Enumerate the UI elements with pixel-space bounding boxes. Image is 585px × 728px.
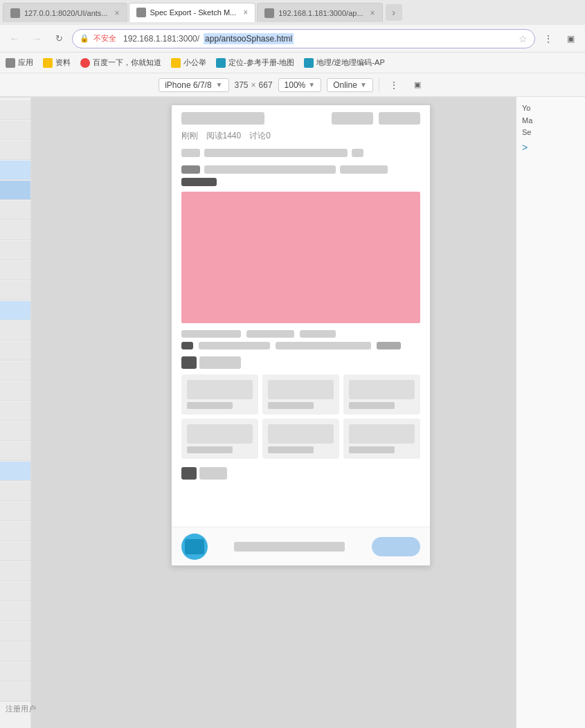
back-button[interactable]: ←: [6, 30, 24, 48]
avatar-image: [185, 539, 204, 554]
device-label: iPhone 6/7/8: [165, 80, 211, 90]
blur-a1: [181, 330, 241, 338]
devtools-sidebar-button[interactable]: ▣: [408, 76, 426, 94]
text-line-2: [181, 165, 420, 174]
bottom-registration-note: 注册用户: [6, 704, 36, 714]
bookmark-xg-label: 小公举: [183, 57, 206, 68]
bookmark-zl-label: 资料: [55, 57, 71, 68]
baidu-icon: [80, 58, 90, 68]
width-value: 375: [235, 80, 249, 90]
network-selector[interactable]: Online ▼: [327, 78, 373, 92]
sidebar-toggle-button[interactable]: ▣: [561, 30, 579, 48]
header-blur-1: [181, 112, 264, 125]
card-1-image: [187, 380, 253, 399]
zoom-selector[interactable]: 100% ▼: [278, 78, 322, 92]
sidebar-panel-9: [0, 261, 30, 280]
card-4-text: [187, 446, 233, 453]
sidebar-panel-29: [0, 662, 30, 682]
card-3-image: [349, 380, 415, 399]
sidebar-panel-26: [0, 602, 30, 621]
related-title-char: [181, 356, 197, 369]
sidebar-panel-10: [0, 281, 30, 300]
article-text-after-image: [181, 330, 420, 349]
sidebar-panel-12: [0, 321, 30, 340]
blur-b3: [276, 342, 371, 349]
tab-2[interactable]: Spec Export - Sketch M... ×: [129, 3, 256, 22]
bookmark-xg[interactable]: 小公举: [171, 57, 206, 68]
user-avatar[interactable]: [181, 534, 208, 560]
bookmark-dw-label: 定位-参考手册-地图: [228, 57, 294, 68]
tab-3[interactable]: 192.168.1.181:3000/ap... ×: [257, 3, 382, 22]
sidebar-panel-4: [0, 161, 30, 180]
tab-1-title: 127.0.0.1:8020/UI/ants...: [24, 9, 107, 17]
address-highlighted: app/antsoоSphase.html: [204, 33, 294, 44]
comment-input[interactable]: [234, 542, 345, 552]
tab-3-close[interactable]: ×: [370, 8, 375, 18]
location2-icon: [304, 58, 314, 68]
card-2-text: [268, 402, 314, 409]
tab-1[interactable]: 127.0.0.1:8020/UI/ants... ×: [3, 3, 127, 22]
article-meta: 刚刚 阅读1440 讨论0: [181, 130, 420, 142]
address-input-wrap[interactable]: 🔒 不安全 192.168.1.181:3000/ app/antsoоSpha…: [72, 29, 535, 48]
sidebar-panel-27: [0, 622, 30, 641]
tab-1-close[interactable]: ×: [114, 8, 119, 18]
card-6[interactable]: [343, 419, 420, 459]
sidebar-panel-23: [0, 542, 30, 561]
sidebar-panel-20: [0, 482, 30, 501]
dimension-x: ×: [251, 80, 256, 90]
menu-button[interactable]: ⋮: [539, 30, 557, 48]
bookmark-apps-label: 应用: [18, 57, 33, 68]
sidebar-panel-14: [0, 361, 30, 381]
zoom-label: 100%: [285, 80, 306, 90]
address-prefix: 192.168.1.181:3000/: [123, 34, 199, 44]
tab-2-title: Spec Export - Sketch M...: [150, 8, 237, 17]
time-label: 刚刚: [181, 130, 198, 142]
related2-title-char: [181, 467, 197, 480]
card-3[interactable]: [343, 374, 420, 415]
card-4[interactable]: [181, 419, 258, 459]
right-panel-chevron[interactable]: >: [522, 142, 579, 153]
related-cards-grid: [181, 374, 420, 459]
star-icon[interactable]: ☆: [519, 33, 528, 44]
tab-2-close[interactable]: ×: [243, 8, 248, 17]
header-blur-group: [332, 112, 420, 125]
bookmark-dw[interactable]: 定位-参考手册-地图: [216, 57, 294, 68]
blur-text-3: [340, 165, 388, 174]
folder2-icon: [171, 58, 181, 68]
bookmark-zl[interactable]: 资料: [43, 57, 71, 68]
sidebar-panel-19: [0, 462, 30, 481]
card-1-text: [187, 402, 233, 409]
bookmark-apps[interactable]: 应用: [6, 57, 33, 68]
sidebar-panel-1: [0, 100, 30, 120]
comments-label: 讨论0: [249, 130, 271, 142]
device-selector[interactable]: iPhone 6/7/8 ▼: [159, 78, 228, 92]
bookmark-baidu[interactable]: 百度一下，你就知道: [80, 57, 161, 68]
blur-b4: [377, 342, 401, 349]
dimension-display: 375 × 667: [235, 80, 273, 90]
phone-bottom-bar: [172, 527, 430, 565]
bookmarks-bar: 应用 资料 百度一下，你就知道 小公举 定位-参考手册-地图 地理/逆地理编码-…: [0, 53, 585, 73]
card-1[interactable]: [181, 374, 258, 415]
devtools-more-button[interactable]: ⋮: [385, 76, 403, 94]
bookmark-dl[interactable]: 地理/逆地理编码-AP: [304, 57, 384, 68]
location-icon: [216, 58, 226, 68]
article-text-before-image: [181, 149, 420, 186]
tab-overflow-button[interactable]: ›: [386, 4, 402, 21]
refresh-button[interactable]: ↻: [50, 30, 68, 48]
center-viewport: 刚刚 阅读1440 讨论0: [31, 98, 570, 728]
sidebar-panel-30: [0, 682, 30, 702]
zoom-dropdown-icon: ▼: [308, 81, 315, 89]
action-button[interactable]: [372, 537, 420, 556]
article-image: [181, 192, 420, 323]
bookmark-baidu-label: 百度一下，你就知道: [93, 57, 161, 68]
card-5[interactable]: [262, 419, 339, 459]
card-2[interactable]: [262, 374, 339, 415]
blur-char-1: [181, 149, 201, 157]
devtools-toolbar: iPhone 6/7/8 ▼ 375 × 667 100% ▼ Online ▼…: [0, 73, 585, 97]
address-bar: ← → ↻ 🔒 不安全 192.168.1.181:3000/ app/ants…: [0, 25, 585, 53]
forward-button[interactable]: →: [28, 30, 46, 48]
main-area: 刚刚 阅读1440 讨论0: [0, 98, 585, 728]
text-line-3: [181, 178, 420, 186]
sidebar-panel-2: [0, 120, 30, 140]
phone-frame: 刚刚 阅读1440 讨论0: [171, 104, 431, 566]
